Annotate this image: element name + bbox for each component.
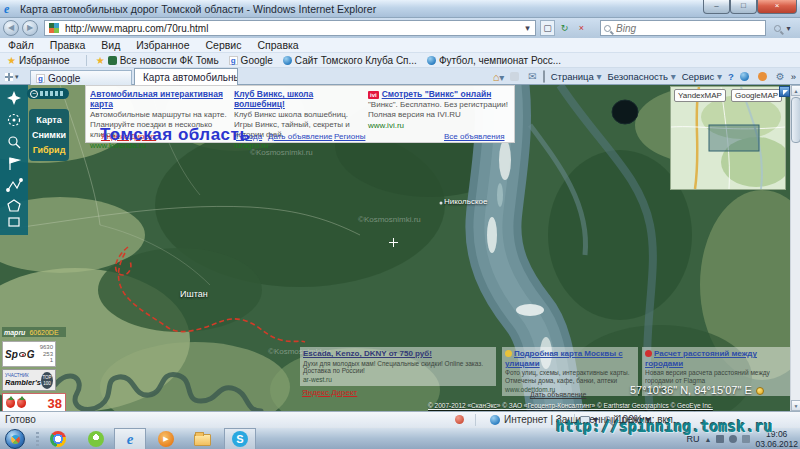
icq-icon[interactable] bbox=[88, 431, 104, 447]
rss-icon[interactable] bbox=[510, 72, 519, 81]
search-go-button[interactable]: ▾ bbox=[768, 20, 794, 36]
search-icon bbox=[604, 25, 611, 32]
taskbar-ie-button[interactable]: e bbox=[114, 428, 146, 449]
minimap-collapse-icon[interactable] bbox=[779, 86, 790, 97]
menu-bar: Файл Правка Вид Избранное Сервис Справка bbox=[0, 38, 800, 53]
addon-icon[interactable] bbox=[758, 72, 767, 81]
gear-icon[interactable]: ⚙ bbox=[776, 71, 785, 82]
stop-button[interactable]: × bbox=[574, 20, 589, 36]
compatibility-view-button[interactable]: ▢ bbox=[540, 20, 555, 36]
title-bar[interactable]: e Карта автомобильных дорог Томской обла… bbox=[0, 0, 800, 18]
map-viewport[interactable]: Никольское Иштан ©Kosmosnimki.ru ©Kosmos… bbox=[0, 85, 800, 411]
ad-title-link[interactable]: Подробная карта Москвы с улицами bbox=[505, 349, 635, 368]
zoom-out-icon[interactable]: − bbox=[30, 90, 38, 98]
taskbar-skype-button[interactable]: S bbox=[224, 428, 256, 449]
favorite-item-fc-tom[interactable]: Все новости ФК Томь bbox=[108, 55, 219, 66]
menu-favorites[interactable]: Избранное bbox=[128, 39, 197, 51]
menu-edit[interactable]: Правка bbox=[42, 39, 93, 51]
add-favorite-icon[interactable]: ★ bbox=[96, 55, 105, 66]
search-box[interactable] bbox=[600, 20, 766, 36]
layer-map-button[interactable]: Карта bbox=[36, 115, 61, 125]
back-button[interactable]: ◀ bbox=[3, 20, 19, 36]
menu-file[interactable]: Файл bbox=[0, 39, 42, 51]
minimap-yandex-button[interactable]: YandexMAP bbox=[674, 89, 726, 102]
spylog-counter[interactable]: Sp G 9630 253 1 bbox=[2, 341, 56, 367]
tab-bar: ▾ g Google Карта автомобильных... × ⌂▾ ✉… bbox=[0, 68, 800, 85]
favorite-item-tomsk-club[interactable]: Сайт Томского Клуба Сп... bbox=[283, 55, 417, 66]
berry-banner[interactable]: 38 bbox=[2, 393, 66, 413]
status-alert-icon[interactable] bbox=[455, 415, 464, 424]
top100-icon: TOP100 bbox=[41, 372, 53, 389]
forward-button[interactable]: ▶ bbox=[22, 20, 38, 36]
help-button[interactable]: ? bbox=[728, 71, 734, 82]
region-title: Томская область bbox=[100, 125, 250, 145]
url-input[interactable] bbox=[63, 22, 520, 35]
ad-title-link[interactable]: iviСмотреть "Винкс" онлайн bbox=[368, 89, 512, 99]
layer-switcher: Карта Снимки Гибрид bbox=[29, 109, 69, 161]
regions-link[interactable]: Регионы bbox=[334, 132, 365, 141]
refresh-button[interactable]: ↻ bbox=[557, 20, 572, 36]
quick-tabs-button[interactable]: ▾ bbox=[2, 70, 28, 84]
security-menu[interactable]: Безопасность ▾ bbox=[607, 71, 675, 82]
scroll-up-icon[interactable]: ▲ bbox=[791, 85, 800, 96]
ad-winx-online[interactable]: iviСмотреть "Винкс" онлайн "Винкс". Бесп… bbox=[368, 89, 512, 130]
ad-title-link[interactable]: Расчет расстояний между городами bbox=[645, 349, 787, 368]
menu-tools[interactable]: Сервис bbox=[198, 39, 250, 51]
map-center-crosshair bbox=[389, 238, 398, 247]
google-icon: g bbox=[229, 56, 238, 65]
ad-moscow-map[interactable]: Подробная карта Москвы с улицами Фото ул… bbox=[502, 347, 638, 396]
ad-title-link[interactable]: Автомобильная интерактивная карта bbox=[90, 89, 228, 109]
layer-hybrid-button[interactable]: Гибрид bbox=[33, 145, 66, 155]
post-ad-link[interactable]: Дать объявление bbox=[268, 132, 332, 141]
address-dropdown[interactable]: ▾ bbox=[520, 20, 535, 36]
zoom-control[interactable]: − bbox=[27, 88, 69, 99]
menu-help[interactable]: Справка bbox=[249, 39, 306, 51]
favorites-button[interactable]: ★ Избранное bbox=[4, 55, 70, 66]
favorite-item-football[interactable]: Футбол, чемпионат Росс... bbox=[427, 55, 561, 66]
scrollbar-thumb[interactable] bbox=[791, 97, 800, 143]
ad-title-link[interactable]: Escada, Kenzo, DKNY от 750 руб! bbox=[303, 349, 493, 359]
chrome-icon[interactable] bbox=[50, 431, 66, 447]
rambler-top100-badge[interactable]: УЧАСТНИК Rambler's TOP100 bbox=[2, 369, 56, 391]
post-ad-link[interactable]: Дать объявление bbox=[530, 391, 586, 398]
maximize-button[interactable]: □ bbox=[730, 0, 757, 14]
map-toolbar bbox=[0, 85, 28, 235]
tab-google[interactable]: g Google bbox=[30, 70, 132, 85]
address-field[interactable]: ▾ bbox=[44, 20, 536, 36]
yandex-direct-link[interactable]: Яндекс.Директ bbox=[302, 388, 357, 397]
site-icon bbox=[108, 56, 117, 65]
page-menu[interactable]: Страница ▾ bbox=[551, 71, 602, 82]
explorer-icon[interactable] bbox=[194, 434, 211, 446]
messenger-icon[interactable] bbox=[740, 72, 749, 81]
close-button[interactable]: × bbox=[757, 0, 797, 14]
windows-logo-icon bbox=[9, 433, 22, 446]
favorite-item-google[interactable]: g Google bbox=[229, 55, 273, 66]
media-player-icon[interactable]: ▶ bbox=[158, 431, 174, 447]
home-button[interactable]: ⌂▾ bbox=[493, 71, 505, 83]
minimize-button[interactable]: – bbox=[703, 0, 730, 14]
location-pin-icon bbox=[756, 387, 764, 395]
mail-button[interactable]: ✉ bbox=[528, 71, 536, 82]
star-icon: ★ bbox=[7, 55, 16, 66]
more-commands[interactable]: » bbox=[791, 71, 796, 82]
print-button[interactable] bbox=[543, 71, 545, 82]
tools-menu[interactable]: Сервис ▾ bbox=[682, 71, 722, 82]
vertical-scrollbar[interactable]: ▲ ▼ bbox=[790, 85, 800, 411]
scroll-down-icon[interactable]: ▼ bbox=[791, 400, 800, 411]
ie-icon: e bbox=[127, 432, 134, 447]
search-input[interactable] bbox=[614, 22, 765, 35]
strawberry-icon bbox=[17, 398, 26, 408]
window-title: Карта автомобильных дорог Томской област… bbox=[20, 3, 376, 15]
home-area-icon bbox=[8, 200, 20, 211]
all-ads-link[interactable]: Все объявления bbox=[444, 132, 505, 141]
overview-minimap[interactable]: YandexMAP GoogleMAP bbox=[670, 86, 786, 190]
minimap-google-button[interactable]: GoogleMAP bbox=[731, 89, 782, 102]
mapru-counter[interactable]: mapru 60620DE bbox=[2, 327, 66, 337]
ad-perfume[interactable]: Escada, Kenzo, DKNY от 750 руб! Духи для… bbox=[300, 347, 496, 386]
print-icon bbox=[543, 70, 545, 83]
ad-title-link[interactable]: Клуб Винкс, школа волшебниц! bbox=[234, 89, 362, 109]
menu-view[interactable]: Вид bbox=[93, 39, 128, 51]
start-button[interactable] bbox=[5, 429, 25, 449]
layer-satellite-button[interactable]: Снимки bbox=[32, 130, 66, 140]
tab-map[interactable]: Карта автомобильных... × bbox=[134, 68, 238, 85]
